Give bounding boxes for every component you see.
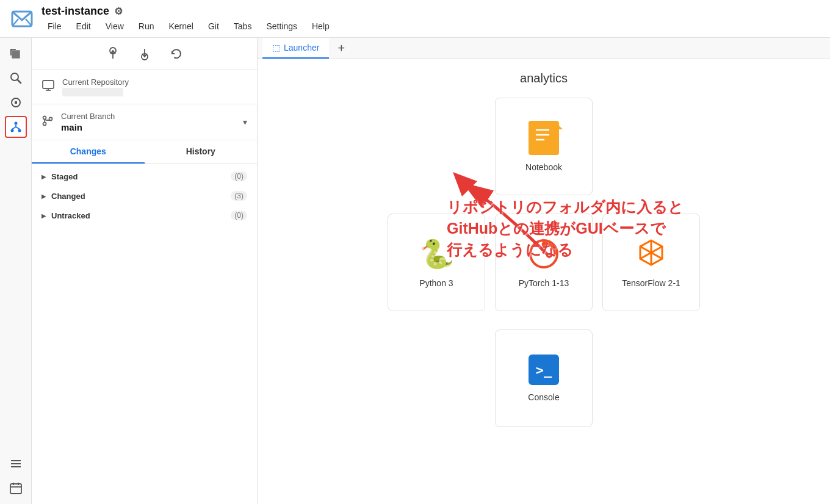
changed-section-header[interactable]: ▶ Changed (3) — [32, 186, 257, 206]
app-title-row: test-instance ⚙ — [42, 5, 336, 18]
new-tab-button[interactable]: + — [331, 38, 351, 58]
svg-line-13 — [12, 127, 16, 129]
pytorch-icon — [527, 237, 561, 271]
menu-view[interactable]: View — [99, 20, 130, 32]
git-toolbar — [32, 38, 257, 70]
svg-point-38 — [542, 242, 546, 247]
branch-name: main — [61, 122, 236, 132]
launcher-card-tensorflow[interactable]: TensorFlow 2-1 — [602, 214, 700, 311]
python3-icon: 🐍 — [419, 237, 453, 271]
git-push-button[interactable] — [103, 44, 123, 63]
monitor-icon — [42, 79, 55, 95]
launcher-section-title: analytics — [282, 71, 806, 85]
svg-point-11 — [18, 129, 21, 132]
notebook-label: Notebook — [525, 162, 562, 172]
menu-kernel[interactable]: Kernel — [162, 20, 199, 32]
launcher-grid-kernels: 🐍 Python 3 PyTorch 1-1 — [282, 214, 806, 311]
icon-bar — [0, 38, 32, 504]
sidebar-item-search[interactable] — [5, 67, 27, 89]
menu-help[interactable]: Help — [306, 20, 336, 32]
git-tabs: Changes History — [32, 140, 257, 164]
tab-changes[interactable]: Changes — [32, 140, 145, 164]
console-chevron-icon: >_ — [536, 362, 552, 378]
svg-rect-18 — [10, 484, 21, 494]
svg-rect-33 — [532, 123, 554, 153]
staged-section-header[interactable]: ▶ Staged (0) — [32, 167, 257, 186]
git-pull-button[interactable] — [135, 44, 154, 63]
svg-line-6 — [17, 80, 21, 84]
main-layout: Current Repository Current Branch main ▾ — [0, 38, 830, 504]
svg-line-14 — [16, 127, 20, 129]
current-branch-section[interactable]: Current Branch main ▾ — [32, 104, 257, 140]
launcher-tab-icon: ⬚ — [272, 43, 280, 52]
staged-title: Staged — [51, 172, 226, 181]
python3-label: Python 3 — [419, 278, 453, 288]
svg-rect-8 — [15, 101, 17, 104]
svg-rect-4 — [12, 50, 20, 59]
tab-launcher-label: Launcher — [284, 43, 319, 52]
staged-count: (0) — [231, 171, 247, 181]
notebook-icon — [529, 121, 559, 155]
menu-file[interactable]: File — [42, 20, 68, 32]
menu-edit[interactable]: Edit — [70, 20, 97, 32]
launcher-content: analytics Notebook — [258, 59, 830, 504]
menu-tabs[interactable]: Tabs — [228, 20, 258, 32]
git-changes-list: ▶ Staged (0) ▶ Changed (3) ▶ Untracked (… — [32, 164, 257, 504]
launcher-card-python3[interactable]: 🐍 Python 3 — [388, 214, 485, 311]
sidebar-item-list[interactable] — [5, 453, 27, 475]
console-label: Console — [528, 392, 559, 402]
untracked-count: (0) — [231, 211, 247, 220]
menubar: File Edit View Run Kernel Git Tabs Setti… — [42, 20, 336, 32]
titlebar: test-instance ⚙ File Edit View Run Kerne… — [0, 0, 830, 38]
launcher-card-notebook[interactable]: Notebook — [495, 98, 593, 195]
tensorflow-label: TensorFlow 2-1 — [622, 278, 680, 288]
launcher-card-console[interactable]: >_ Console — [495, 329, 593, 427]
tab-bar: ⬚ Launcher + — [258, 38, 830, 59]
sidebar-item-files[interactable] — [5, 43, 27, 65]
sidebar-item-debug[interactable] — [5, 92, 27, 113]
repo-name-blurred — [62, 88, 123, 96]
sidebar-item-calendar[interactable] — [5, 477, 27, 499]
branch-text: Current Branch main — [61, 112, 236, 132]
app-title: test-instance — [42, 5, 109, 18]
console-section: >_ Console — [282, 329, 806, 427]
untracked-title: Untracked — [51, 211, 226, 220]
repo-text: Current Repository — [62, 77, 129, 96]
repo-label: Current Repository — [62, 77, 129, 87]
content-wrapper: ⬚ Launcher + analytics — [258, 38, 830, 504]
git-refresh-button[interactable] — [167, 44, 186, 63]
menu-settings[interactable]: Settings — [260, 20, 303, 32]
pytorch-label: PyTorch 1-13 — [519, 278, 569, 288]
console-icon: >_ — [529, 355, 559, 385]
launcher-grid-notebooks: Notebook — [282, 98, 806, 195]
menu-run[interactable]: Run — [132, 20, 161, 32]
svg-point-30 — [43, 122, 46, 125]
untracked-section-header[interactable]: ▶ Untracked (0) — [32, 206, 257, 225]
changed-count: (3) — [231, 191, 247, 201]
tensorflow-icon — [634, 237, 668, 271]
staged-arrow-icon: ▶ — [42, 173, 46, 180]
git-panel: Current Repository Current Branch main ▾ — [32, 38, 258, 504]
branch-label: Current Branch — [61, 112, 236, 121]
settings-gear-icon[interactable]: ⚙ — [114, 5, 123, 17]
launcher-grid-console: >_ Console — [282, 329, 806, 427]
current-repository-section[interactable]: Current Repository — [32, 70, 257, 104]
launcher-card-pytorch[interactable]: PyTorch 1-13 — [495, 214, 593, 311]
untracked-arrow-icon: ▶ — [42, 212, 46, 219]
svg-point-10 — [10, 129, 13, 132]
svg-rect-26 — [43, 81, 54, 88]
svg-point-9 — [14, 122, 17, 125]
branch-icon — [42, 115, 54, 130]
svg-point-29 — [43, 116, 46, 119]
branch-dropdown-icon[interactable]: ▾ — [243, 117, 247, 127]
tab-launcher[interactable]: ⬚ Launcher — [262, 38, 329, 59]
menu-git[interactable]: Git — [202, 20, 225, 32]
changed-title: Changed — [51, 192, 226, 201]
content-area: ⬚ Launcher + analytics — [258, 38, 830, 504]
app-logo — [10, 7, 34, 31]
changed-arrow-icon: ▶ — [42, 193, 46, 200]
titlebar-right: test-instance ⚙ File Edit View Run Kerne… — [42, 5, 336, 32]
tab-history[interactable]: History — [145, 140, 258, 164]
sidebar-item-git[interactable] — [5, 116, 27, 138]
